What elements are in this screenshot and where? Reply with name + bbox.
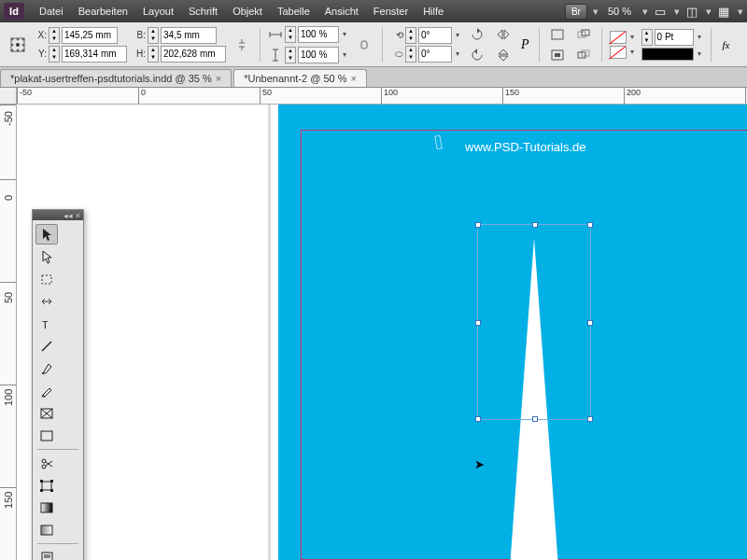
chevron-down-icon[interactable]: ▾ (674, 6, 680, 18)
x-stepper[interactable]: ▲▼ (49, 27, 60, 44)
stroke-weight-input[interactable] (655, 29, 694, 46)
type-tool[interactable]: T (35, 314, 58, 334)
gradient-feather-tool[interactable] (35, 520, 58, 540)
select-next-icon[interactable] (573, 46, 594, 64)
scale-y-stepper[interactable]: ▲▼ (285, 47, 296, 63)
close-icon[interactable]: × (76, 211, 80, 220)
stroke-weight-stepper[interactable]: ▲▼ (641, 29, 653, 46)
chevron-down-icon[interactable]: ▾ (628, 33, 636, 41)
chevron-down-icon[interactable]: ▾ (642, 6, 648, 18)
collapse-icon[interactable]: ◂◂ (63, 211, 73, 220)
bridge-button[interactable]: Br (565, 4, 587, 20)
h-stepper[interactable]: ▲▼ (148, 46, 159, 63)
canvas[interactable]: 𓆩 www.PSD-Tutorials.de ➤ (17, 105, 747, 560)
stroke-swatch[interactable] (610, 46, 627, 59)
rectangle-tool[interactable] (35, 426, 58, 446)
scale-y-input[interactable] (298, 47, 339, 63)
reference-point-icon[interactable] (7, 35, 28, 54)
chevron-down-icon[interactable]: ▾ (738, 6, 743, 18)
note-tool[interactable] (35, 547, 58, 560)
menu-objekt[interactable]: Objekt (225, 2, 270, 21)
selection-bounds[interactable] (477, 224, 591, 420)
y-stepper[interactable]: ▲▼ (49, 46, 60, 63)
arrange-icon[interactable]: ◫ (681, 2, 703, 21)
workspace-icon[interactable]: ▦ (712, 2, 735, 21)
selection-tool[interactable] (35, 224, 58, 245)
direct-selection-tool[interactable] (35, 246, 58, 267)
screen-mode-icon[interactable]: ▭ (649, 2, 671, 21)
chevron-down-icon[interactable]: ▾ (341, 50, 348, 59)
menu-tabelle[interactable]: Tabelle (270, 2, 317, 21)
gap-tool[interactable] (35, 291, 58, 312)
menu-hilfe[interactable]: Hilfe (416, 2, 451, 21)
pencil-tool[interactable] (35, 381, 58, 401)
menu-datei[interactable]: Datei (32, 2, 71, 21)
chevron-down-icon[interactable]: ▾ (593, 6, 599, 18)
tab-plakat[interactable]: *plakat-usertreffen-psdtutorials.indd @ … (0, 69, 232, 87)
zoom-level[interactable]: 50 % (602, 4, 637, 19)
flip-v-icon[interactable] (493, 46, 514, 64)
chevron-down-icon[interactable]: ▾ (628, 48, 636, 56)
tools-panel[interactable]: ◂◂× T (32, 209, 84, 560)
rotate-input[interactable] (418, 27, 452, 44)
selection-handle[interactable] (587, 320, 593, 326)
scale-x-stepper[interactable]: ▲▼ (285, 26, 296, 43)
scale-x-input[interactable] (298, 26, 339, 43)
menu-ansicht[interactable]: Ansicht (317, 2, 366, 21)
w-stepper[interactable]: ▲▼ (148, 27, 159, 44)
shear-stepper[interactable]: ▲▼ (405, 46, 416, 63)
svg-text:T: T (42, 319, 49, 330)
ruler-horizontal[interactable]: -50 0 50 100 150 200 250 (17, 88, 747, 105)
y-input[interactable] (62, 46, 127, 63)
selection-handle[interactable] (532, 416, 538, 422)
fill-swatch[interactable] (610, 31, 627, 44)
chevron-down-icon[interactable]: ▾ (454, 49, 461, 58)
tab-unbenannt[interactable]: *Unbenannt-2 @ 50 %× (233, 69, 367, 87)
line-tool[interactable] (35, 336, 58, 357)
chevron-down-icon[interactable]: ▾ (454, 31, 461, 39)
shear-icon: ⬭ (390, 49, 403, 60)
pen-tool[interactable] (35, 358, 58, 379)
shear-input[interactable] (418, 46, 452, 63)
rectangle-frame-tool[interactable] (35, 403, 58, 424)
ruler-origin[interactable] (0, 88, 17, 105)
selection-handle[interactable] (532, 222, 538, 228)
menu-layout[interactable]: Layout (135, 2, 181, 21)
close-icon[interactable]: × (351, 73, 357, 84)
scissors-tool[interactable] (35, 453, 58, 473)
x-input[interactable] (62, 27, 118, 44)
chevron-down-icon[interactable]: ▾ (696, 33, 703, 41)
h-input[interactable] (161, 46, 226, 63)
chevron-down-icon[interactable]: ▾ (341, 30, 348, 38)
svg-point-6 (22, 43, 25, 46)
gradient-swatch-tool[interactable] (35, 497, 58, 518)
chevron-down-icon[interactable]: ▾ (706, 6, 712, 18)
stroke-style[interactable] (641, 48, 694, 61)
w-input[interactable] (161, 27, 217, 44)
select-prev-icon[interactable] (573, 25, 594, 44)
selection-handle[interactable] (475, 416, 481, 422)
artboard[interactable]: 𓆩 www.PSD-Tutorials.de (278, 105, 747, 560)
menu-fenster[interactable]: Fenster (366, 2, 416, 21)
effects-button[interactable]: fx (719, 37, 734, 52)
free-transform-tool[interactable] (35, 475, 58, 496)
constrain-scale-icon[interactable] (354, 35, 374, 54)
select-container-icon[interactable] (547, 25, 568, 44)
selection-handle[interactable] (475, 222, 481, 228)
rotate-stepper[interactable]: ▲▼ (405, 27, 416, 44)
chevron-down-icon[interactable]: ▾ (696, 49, 703, 58)
constrain-wh-icon[interactable] (232, 35, 252, 54)
menu-schrift[interactable]: Schrift (181, 2, 225, 21)
rotate-cw-icon[interactable] (467, 25, 487, 44)
menu-bearbeiten[interactable]: Bearbeiten (71, 2, 135, 21)
ruler-vertical[interactable]: -50 0 50 100 150 (0, 105, 17, 560)
selection-handle[interactable] (587, 416, 593, 422)
flip-h-icon[interactable] (493, 25, 514, 44)
page-tool[interactable] (35, 269, 58, 289)
panel-header[interactable]: ◂◂× (33, 210, 83, 220)
rotate-ccw-icon[interactable] (467, 46, 487, 64)
selection-handle[interactable] (475, 320, 481, 326)
selection-handle[interactable] (587, 222, 593, 228)
select-content-icon[interactable] (547, 46, 568, 64)
close-icon[interactable]: × (216, 73, 221, 84)
